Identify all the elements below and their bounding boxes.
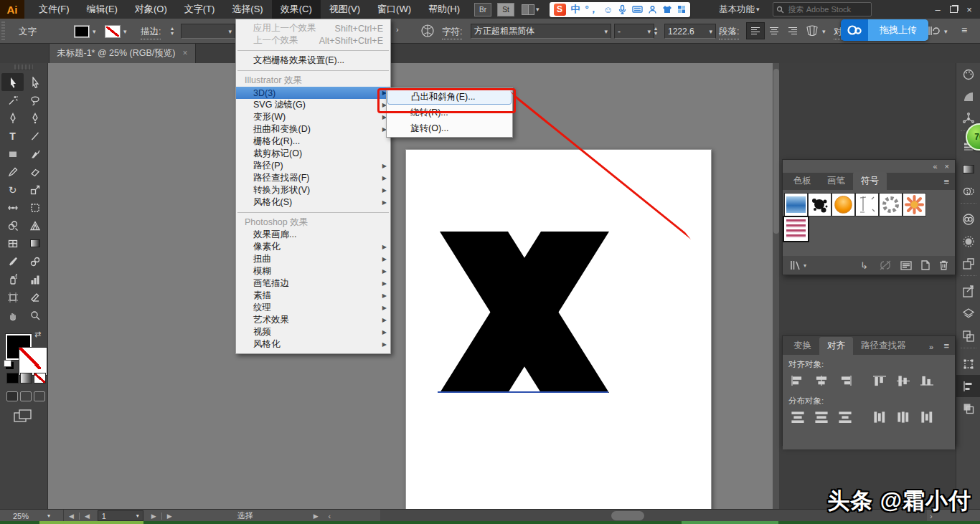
font-family-field[interactable]: 方正超粗黑简体▾ <box>471 24 611 39</box>
chevron-down-icon[interactable]: ▾ <box>123 28 127 35</box>
transform-panel-icon[interactable] <box>956 353 980 375</box>
place-symbol-icon[interactable]: ↳ <box>860 260 868 271</box>
menu-item-3d[interactable]: 3D(3)▶ <box>236 87 390 99</box>
ime-emoji-icon[interactable]: ☺ <box>603 4 613 15</box>
rotate-tool[interactable]: ↻ <box>1 181 24 199</box>
artboard-tool[interactable] <box>1 288 24 306</box>
draw-normal-mode-button[interactable] <box>6 391 18 401</box>
lasso-tool[interactable] <box>24 91 46 109</box>
creative-cloud-icon[interactable] <box>956 208 980 230</box>
pen-tool[interactable] <box>1 109 24 127</box>
color-button[interactable] <box>6 373 19 384</box>
menu-item-warp[interactable]: 变形(W)▶ <box>236 111 390 123</box>
font-style-field[interactable]: -▾ <box>614 24 654 39</box>
artboard-number-field[interactable]: 1▾ <box>98 510 143 521</box>
submenu-item-rotate[interactable]: 旋转(O)... <box>387 120 512 136</box>
sogou-logo-icon[interactable]: S <box>554 4 566 16</box>
menu-item-pathfinder[interactable]: 路径查找器(F)▶ <box>236 172 390 184</box>
tab-close-icon[interactable]: × <box>183 48 188 58</box>
type-tool[interactable]: T <box>1 127 24 145</box>
symbol-libraries-icon[interactable] <box>788 259 803 272</box>
expand-panel-icon[interactable]: » <box>929 343 933 351</box>
perspective-grid-tool[interactable] <box>24 216 46 234</box>
draw-behind-mode-button[interactable] <box>20 391 32 401</box>
menu-select[interactable]: 选择(S) <box>223 0 271 19</box>
align-left-paragraph-button[interactable] <box>746 22 765 39</box>
tab-transform[interactable]: 变换 <box>786 337 819 355</box>
distribute-bottom-button[interactable] <box>836 409 854 426</box>
isolate-icon[interactable] <box>927 24 940 37</box>
tab-pathfinder[interactable]: 路径查找器 <box>853 337 914 355</box>
hand-tool[interactable] <box>1 306 24 324</box>
distribute-top-button[interactable] <box>788 409 807 426</box>
align-bottom-button[interactable] <box>918 372 936 389</box>
align-horizontal-center-button[interactable] <box>812 372 831 389</box>
menu-window[interactable]: 窗口(W) <box>369 0 420 19</box>
align-left-button[interactable] <box>788 372 807 389</box>
menu-item-pixelate[interactable]: 像素化▶ <box>236 241 390 253</box>
slice-tool[interactable] <box>24 288 46 306</box>
panel-menu-icon[interactable]: ≡ <box>943 340 949 351</box>
paintbrush-tool[interactable] <box>24 145 46 163</box>
none-button[interactable] <box>34 373 46 384</box>
chevron-down-icon[interactable]: ▾ <box>756 6 760 13</box>
layers-panel-icon[interactable] <box>956 303 980 325</box>
last-artboard-button[interactable]: ▶ <box>161 513 177 520</box>
distribute-horizontal-center-button[interactable] <box>894 409 913 426</box>
bridge-button[interactable]: Br <box>474 3 491 16</box>
symbol-sprayer-tool[interactable] <box>1 270 24 288</box>
symbol-item[interactable] <box>808 193 831 216</box>
align-vertical-center-button[interactable] <box>894 372 913 389</box>
symbol-item-selected[interactable] <box>784 217 808 241</box>
delete-symbol-icon[interactable] <box>938 259 949 271</box>
tab-align[interactable]: 对齐 <box>819 337 853 355</box>
gradient-tool[interactable] <box>24 234 46 252</box>
stroke-weight-label[interactable]: 描边: <box>141 26 161 39</box>
stroke-weight-field[interactable]: ▾ <box>181 24 235 39</box>
align-right-paragraph-button[interactable] <box>783 22 802 39</box>
blend-tool[interactable] <box>24 252 46 270</box>
scale-tool[interactable] <box>24 181 46 199</box>
zoom-tool[interactable] <box>24 306 46 324</box>
symbol-item[interactable] <box>784 193 808 216</box>
symbol-item[interactable] <box>831 193 855 216</box>
symbol-item[interactable] <box>879 193 903 216</box>
document-tab[interactable]: 未标题-1* @ 25% (RGB/预览) × <box>49 43 196 63</box>
zoom-level-field[interactable]: 25%▾ <box>0 512 63 520</box>
color-guide-icon[interactable] <box>956 85 980 108</box>
keyboard-icon[interactable] <box>632 5 643 14</box>
new-symbol-icon[interactable] <box>920 259 931 271</box>
menu-item-video[interactable]: 视频▶ <box>236 326 390 338</box>
previous-artboard-button[interactable]: ◀ <box>80 513 95 520</box>
microphone-icon[interactable] <box>618 4 627 14</box>
next-artboard-button[interactable]: ▶ <box>146 513 161 520</box>
chevron-down-icon[interactable]: ▾ <box>804 262 806 269</box>
close-panel-icon[interactable]: × <box>945 162 949 171</box>
stock-search-box[interactable] <box>773 2 872 16</box>
menu-item-convert-to-shape[interactable]: 转换为形状(V)▶ <box>236 184 390 196</box>
arrange-documents-icon[interactable] <box>522 4 534 15</box>
envelope-options-icon[interactable] <box>420 24 435 38</box>
symbols-panel-icon[interactable] <box>956 230 980 252</box>
color-panel-icon[interactable] <box>956 63 980 85</box>
transparency-panel-icon[interactable] <box>956 180 980 202</box>
align-top-button[interactable] <box>870 372 889 389</box>
scrollbar-thumb[interactable] <box>611 511 644 520</box>
menu-help[interactable]: 帮助(H) <box>420 0 468 19</box>
scrollbar-thumb[interactable] <box>773 69 779 234</box>
chevron-down-icon[interactable]: ▾ <box>536 6 540 13</box>
stroke-weight-stepper[interactable]: ▴▾ <box>171 26 174 36</box>
menu-item-sketch[interactable]: 素描▶ <box>236 290 390 302</box>
chevron-down-icon[interactable]: ▾ <box>47 513 50 519</box>
tab-swatches[interactable]: 色板 <box>786 172 819 190</box>
menu-item-document-raster-settings[interactable]: 文档栅格效果设置(E)... <box>236 54 390 67</box>
rectangle-tool[interactable] <box>1 145 24 163</box>
distribute-left-button[interactable] <box>870 409 889 426</box>
fill-color-swatch[interactable] <box>74 25 90 38</box>
status-field[interactable]: 选择 <box>177 510 314 521</box>
free-transform-tool[interactable] <box>24 199 46 216</box>
panel-menu-icon[interactable]: ≡ <box>943 176 949 187</box>
menu-item-stylize-ai[interactable]: 风格化(S)▶ <box>236 196 390 209</box>
first-artboard-button[interactable]: ◀ <box>64 513 80 520</box>
ime-mode-toggle[interactable]: 中 <box>571 3 580 16</box>
